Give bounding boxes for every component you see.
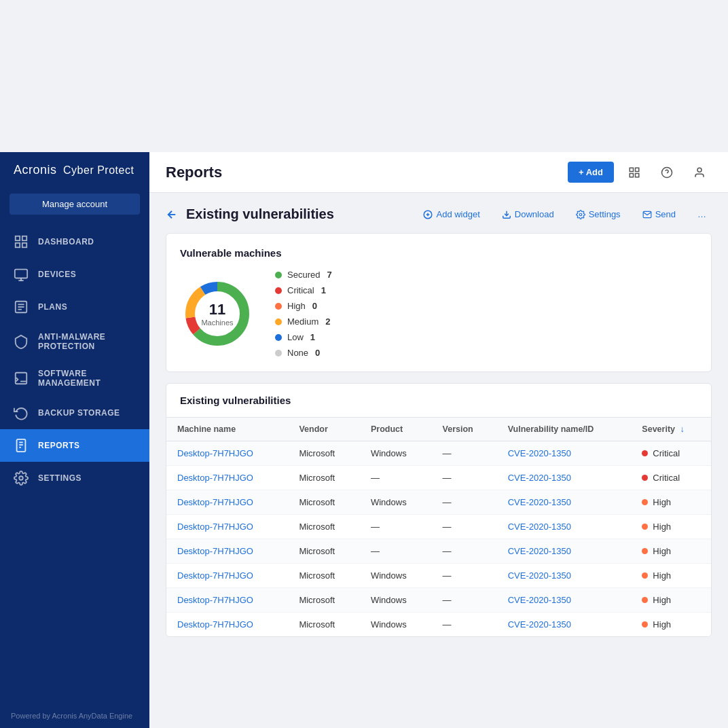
sidebar-footer: Powered by Acronis AnyData Engine xyxy=(0,704,149,728)
product-cell: Windows xyxy=(360,564,432,588)
vendor-cell: Microsoft xyxy=(288,515,360,539)
col-severity[interactable]: Severity ↓ xyxy=(631,418,711,441)
machine-link[interactable]: Desktop-7H7HJGO xyxy=(177,546,253,556)
table-row: Desktop-7H7HJGO Microsoft Windows — CVE-… xyxy=(166,564,711,588)
svg-rect-1 xyxy=(22,236,26,240)
page-title: Reports xyxy=(166,164,222,181)
manage-account-button[interactable]: Manage account xyxy=(10,194,140,215)
vuln-id-link[interactable]: CVE-2020-1350 xyxy=(508,595,571,605)
grid-view-button[interactable] xyxy=(622,160,647,185)
svg-point-17 xyxy=(19,476,23,480)
vendor-cell: Microsoft xyxy=(288,613,360,637)
severity-cell: High xyxy=(631,539,711,564)
sidebar-item-plans[interactable]: PLANS xyxy=(0,291,149,323)
legend-label: None xyxy=(287,348,308,358)
vuln-id-link[interactable]: CVE-2020-1350 xyxy=(508,619,571,630)
sidebar-label-reports: REPORTS xyxy=(38,441,80,450)
sidebar-nav: DASHBOARD DEVICES PLANS ANTI-MALWARE PRO… xyxy=(0,225,149,494)
vulnerable-machines-card: Vulnerable machines 11 xyxy=(166,233,712,372)
vendor-cell: Microsoft xyxy=(288,441,360,466)
plans-icon xyxy=(14,299,29,314)
product-cell: Windows xyxy=(360,490,432,515)
legend-item: Critical 1 xyxy=(275,285,332,295)
table-header: Machine name Vendor Product Version Vuln… xyxy=(166,418,711,441)
severity-cell: Critical xyxy=(631,466,711,490)
add-widget-button[interactable]: Add widget xyxy=(418,206,485,222)
col-version: Version xyxy=(432,418,497,441)
severity-dot xyxy=(642,524,648,530)
main-content: Reports + Add xyxy=(149,152,728,728)
legend-count: 1 xyxy=(321,285,326,295)
vuln-id-link[interactable]: CVE-2020-1350 xyxy=(508,546,571,556)
legend-count: 0 xyxy=(315,348,320,358)
vendor-cell: Microsoft xyxy=(288,588,360,613)
col-machine: Machine name xyxy=(166,418,288,441)
severity-cell: High xyxy=(631,490,711,515)
vuln-id-link[interactable]: CVE-2020-1350 xyxy=(508,473,571,483)
legend-item: Medium 2 xyxy=(275,316,332,327)
dashboard-icon xyxy=(14,234,29,249)
report-header: Existing vulnerabilities Add widget Down… xyxy=(166,206,712,222)
severity-dot xyxy=(642,499,648,505)
sidebar-item-settings[interactable]: SETTINGS xyxy=(0,462,149,494)
donut-unit: Machines xyxy=(201,318,233,327)
donut-center: 11 Machines xyxy=(201,301,233,327)
logo-acronis: Acronis xyxy=(14,163,57,177)
severity-label: High xyxy=(653,619,671,630)
machine-link[interactable]: Desktop-7H7HJGO xyxy=(177,570,253,581)
severity-dot xyxy=(642,450,648,456)
sidebar-item-backup[interactable]: BACKUP STORAGE xyxy=(0,397,149,429)
legend-dot xyxy=(275,318,282,325)
machine-link[interactable]: Desktop-7H7HJGO xyxy=(177,619,253,630)
vuln-id-link[interactable]: CVE-2020-1350 xyxy=(508,570,571,581)
machine-link[interactable]: Desktop-7H7HJGO xyxy=(177,595,253,605)
vendor-cell: Microsoft xyxy=(288,466,360,490)
vuln-id-link[interactable]: CVE-2020-1350 xyxy=(508,522,571,532)
sidebar-item-software[interactable]: SOFTWARE MANAGEMENT xyxy=(0,360,149,397)
legend-item: Low 1 xyxy=(275,332,332,342)
help-button[interactable] xyxy=(655,160,679,185)
legend-item: None 0 xyxy=(275,348,332,358)
version-cell: — xyxy=(432,564,497,588)
more-options-button[interactable]: … xyxy=(692,206,712,222)
sidebar: Acronis Cyber Protect Manage account DAS… xyxy=(0,152,149,728)
legend-count: 1 xyxy=(310,332,315,342)
vulnerabilities-table-card: Existing vulnerabilities Machine name Ve… xyxy=(166,383,712,637)
machine-link[interactable]: Desktop-7H7HJGO xyxy=(177,473,253,483)
severity-label: Critical xyxy=(653,473,680,483)
back-button[interactable] xyxy=(166,208,178,221)
legend-count: 0 xyxy=(312,301,317,311)
vendor-cell: Microsoft xyxy=(288,539,360,564)
sidebar-item-anti-malware[interactable]: ANTI-MALWARE PROTECTION xyxy=(0,323,149,360)
download-button[interactable]: Download xyxy=(496,206,560,222)
settings-report-button[interactable]: Settings xyxy=(570,206,626,222)
product-cell: — xyxy=(360,466,432,490)
machine-link[interactable]: Desktop-7H7HJGO xyxy=(177,522,253,532)
severity-dot xyxy=(642,572,648,579)
backup-icon xyxy=(14,405,29,420)
version-cell: — xyxy=(432,515,497,539)
sidebar-label-backup: BACKUP STORAGE xyxy=(38,408,120,418)
send-button[interactable]: Send xyxy=(637,206,681,222)
machine-link[interactable]: Desktop-7H7HJGO xyxy=(177,448,253,458)
vuln-id-link[interactable]: CVE-2020-1350 xyxy=(508,497,571,507)
report-title: Existing vulnerabilities xyxy=(186,206,334,222)
main-header: Reports + Add xyxy=(149,152,728,193)
product-cell: — xyxy=(360,515,432,539)
product-cell: Windows xyxy=(360,588,432,613)
settings-gear-icon xyxy=(576,210,585,219)
machine-link[interactable]: Desktop-7H7HJGO xyxy=(177,497,253,507)
software-icon xyxy=(14,371,29,386)
sidebar-item-dashboard[interactable]: DASHBOARD xyxy=(0,225,149,258)
add-button[interactable]: + Add xyxy=(568,162,614,183)
user-button[interactable] xyxy=(687,160,712,185)
legend-label: Medium xyxy=(287,316,318,327)
vuln-id-link[interactable]: CVE-2020-1350 xyxy=(508,448,571,458)
svg-rect-3 xyxy=(22,243,26,247)
legend-label: Low xyxy=(287,332,304,342)
col-vendor: Vendor xyxy=(288,418,360,441)
help-icon xyxy=(661,166,673,179)
sidebar-item-devices[interactable]: DEVICES xyxy=(0,258,149,291)
sidebar-item-reports[interactable]: REPORTS xyxy=(0,429,149,462)
version-cell: — xyxy=(432,466,497,490)
